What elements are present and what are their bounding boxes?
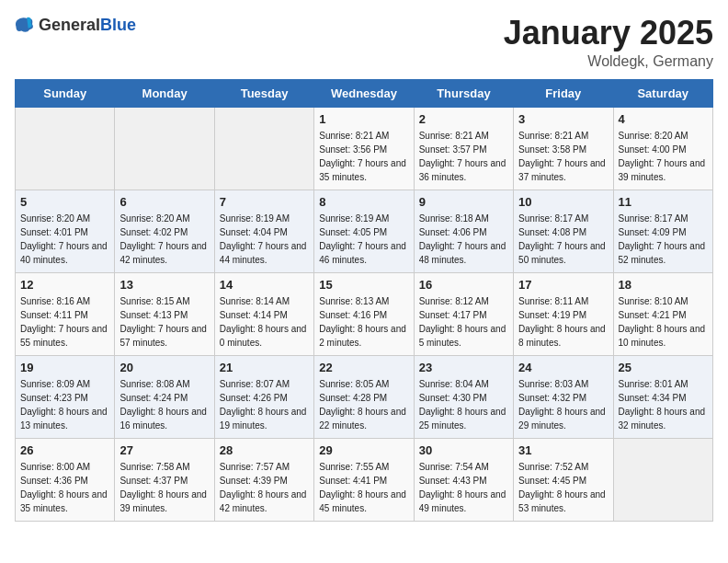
day-info: Sunrise: 8:16 AM Sunset: 4:11 PM Dayligh…: [20, 294, 109, 350]
calendar-cell: 26Sunrise: 8:00 AM Sunset: 4:36 PM Dayli…: [16, 438, 115, 521]
logo: GeneralBlue: [15, 15, 136, 35]
day-number: 27: [119, 443, 209, 457]
day-info: Sunrise: 8:07 AM Sunset: 4:26 PM Dayligh…: [220, 377, 309, 432]
calendar-cell: [214, 107, 313, 190]
day-number: 24: [518, 361, 608, 374]
calendar-cell: 23Sunrise: 8:04 AM Sunset: 4:30 PM Dayli…: [414, 355, 513, 438]
day-number: 29: [319, 443, 408, 457]
day-number: 1: [319, 112, 408, 126]
day-info: Sunrise: 8:12 AM Sunset: 4:17 PM Dayligh…: [419, 294, 508, 350]
calendar-cell: 18Sunrise: 8:10 AM Sunset: 4:21 PM Dayli…: [613, 272, 712, 355]
day-info: Sunrise: 8:19 AM Sunset: 4:04 PM Dayligh…: [220, 212, 309, 267]
calendar-cell: 1Sunrise: 8:21 AM Sunset: 3:56 PM Daylig…: [314, 107, 414, 190]
calendar-cell: 17Sunrise: 8:11 AM Sunset: 4:19 PM Dayli…: [514, 272, 613, 355]
week-row-5: 26Sunrise: 8:00 AM Sunset: 4:36 PM Dayli…: [16, 438, 713, 521]
calendar-cell: 21Sunrise: 8:07 AM Sunset: 4:26 PM Dayli…: [214, 355, 313, 438]
day-number: 19: [20, 361, 109, 374]
calendar-cell: 25Sunrise: 8:01 AM Sunset: 4:34 PM Dayli…: [613, 355, 712, 438]
calendar-cell: 15Sunrise: 8:13 AM Sunset: 4:16 PM Dayli…: [314, 272, 414, 355]
day-number: 16: [419, 278, 508, 292]
day-number: 23: [419, 361, 508, 374]
day-info: Sunrise: 7:57 AM Sunset: 4:39 PM Dayligh…: [220, 460, 309, 515]
calendar-cell: 13Sunrise: 8:15 AM Sunset: 4:13 PM Dayli…: [115, 272, 214, 355]
day-number: 28: [220, 443, 309, 457]
day-info: Sunrise: 8:21 AM Sunset: 3:58 PM Dayligh…: [518, 129, 608, 184]
day-info: Sunrise: 8:14 AM Sunset: 4:14 PM Dayligh…: [220, 294, 309, 350]
day-number: 25: [619, 361, 708, 374]
day-info: Sunrise: 7:54 AM Sunset: 4:43 PM Dayligh…: [419, 460, 508, 515]
day-number: 7: [220, 195, 309, 209]
logo-icon: [15, 15, 35, 35]
logo-blue: Blue: [100, 16, 136, 34]
calendar-cell: 7Sunrise: 8:19 AM Sunset: 4:04 PM Daylig…: [214, 190, 313, 272]
day-number: 5: [20, 195, 109, 209]
day-info: Sunrise: 8:04 AM Sunset: 4:30 PM Dayligh…: [419, 377, 508, 432]
calendar-cell: 3Sunrise: 8:21 AM Sunset: 3:58 PM Daylig…: [514, 107, 613, 190]
week-row-2: 5Sunrise: 8:20 AM Sunset: 4:01 PM Daylig…: [16, 190, 713, 272]
day-info: Sunrise: 8:01 AM Sunset: 4:34 PM Dayligh…: [619, 377, 708, 432]
day-number: 17: [518, 278, 608, 292]
day-number: 8: [319, 195, 408, 209]
calendar-cell: 9Sunrise: 8:18 AM Sunset: 4:06 PM Daylig…: [414, 190, 513, 272]
day-info: Sunrise: 8:00 AM Sunset: 4:36 PM Dayligh…: [20, 460, 109, 515]
weekday-header-row: SundayMondayTuesdayWednesdayThursdayFrid…: [16, 79, 713, 107]
calendar-cell: 2Sunrise: 8:21 AM Sunset: 3:57 PM Daylig…: [414, 107, 513, 190]
calendar-cell: [613, 438, 712, 521]
day-info: Sunrise: 7:58 AM Sunset: 4:37 PM Dayligh…: [119, 460, 209, 515]
calendar-cell: 4Sunrise: 8:20 AM Sunset: 4:00 PM Daylig…: [613, 107, 712, 190]
day-number: 26: [20, 443, 109, 457]
weekday-header-thursday: Thursday: [414, 79, 513, 107]
day-info: Sunrise: 8:20 AM Sunset: 4:00 PM Dayligh…: [619, 129, 708, 184]
calendar-cell: 11Sunrise: 8:17 AM Sunset: 4:09 PM Dayli…: [613, 190, 712, 272]
day-number: 9: [419, 195, 508, 209]
weekday-header-saturday: Saturday: [613, 79, 712, 107]
day-info: Sunrise: 8:20 AM Sunset: 4:02 PM Dayligh…: [119, 212, 209, 267]
calendar-cell: 6Sunrise: 8:20 AM Sunset: 4:02 PM Daylig…: [115, 190, 214, 272]
header: GeneralBlue January 2025 Woldegk, German…: [15, 15, 713, 70]
day-number: 13: [119, 278, 209, 292]
week-row-4: 19Sunrise: 8:09 AM Sunset: 4:23 PM Dayli…: [16, 355, 713, 438]
day-number: 31: [518, 443, 608, 457]
calendar-cell: 31Sunrise: 7:52 AM Sunset: 4:45 PM Dayli…: [514, 438, 613, 521]
calendar-cell: 14Sunrise: 8:14 AM Sunset: 4:14 PM Dayli…: [214, 272, 313, 355]
calendar-table: SundayMondayTuesdayWednesdayThursdayFrid…: [15, 79, 713, 522]
day-info: Sunrise: 8:08 AM Sunset: 4:24 PM Dayligh…: [119, 377, 209, 432]
calendar-cell: [16, 107, 115, 190]
day-info: Sunrise: 8:19 AM Sunset: 4:05 PM Dayligh…: [319, 212, 408, 267]
day-number: 6: [119, 195, 209, 209]
week-row-3: 12Sunrise: 8:16 AM Sunset: 4:11 PM Dayli…: [16, 272, 713, 355]
day-info: Sunrise: 8:17 AM Sunset: 4:08 PM Dayligh…: [518, 212, 608, 267]
day-number: 21: [220, 361, 309, 374]
calendar-cell: 16Sunrise: 8:12 AM Sunset: 4:17 PM Dayli…: [414, 272, 513, 355]
day-number: 14: [220, 278, 309, 292]
day-info: Sunrise: 8:11 AM Sunset: 4:19 PM Dayligh…: [518, 294, 608, 350]
calendar-cell: 5Sunrise: 8:20 AM Sunset: 4:01 PM Daylig…: [16, 190, 115, 272]
day-info: Sunrise: 8:03 AM Sunset: 4:32 PM Dayligh…: [518, 377, 608, 432]
location-title: Woldegk, Germany: [504, 53, 713, 70]
logo-general: General: [39, 16, 100, 34]
calendar-cell: 19Sunrise: 8:09 AM Sunset: 4:23 PM Dayli…: [16, 355, 115, 438]
day-info: Sunrise: 8:10 AM Sunset: 4:21 PM Dayligh…: [619, 294, 708, 350]
day-number: 22: [319, 361, 408, 374]
week-row-1: 1Sunrise: 8:21 AM Sunset: 3:56 PM Daylig…: [16, 107, 713, 190]
calendar-body: 1Sunrise: 8:21 AM Sunset: 3:56 PM Daylig…: [16, 107, 713, 521]
day-number: 15: [319, 278, 408, 292]
calendar-cell: 29Sunrise: 7:55 AM Sunset: 4:41 PM Dayli…: [314, 438, 414, 521]
day-info: Sunrise: 8:15 AM Sunset: 4:13 PM Dayligh…: [119, 294, 209, 350]
calendar-cell: 30Sunrise: 7:54 AM Sunset: 4:43 PM Dayli…: [414, 438, 513, 521]
day-number: 12: [20, 278, 109, 292]
weekday-header-friday: Friday: [514, 79, 613, 107]
day-number: 18: [619, 278, 708, 292]
day-info: Sunrise: 8:17 AM Sunset: 4:09 PM Dayligh…: [619, 212, 708, 267]
day-info: Sunrise: 8:21 AM Sunset: 3:57 PM Dayligh…: [419, 129, 508, 184]
calendar-cell: 12Sunrise: 8:16 AM Sunset: 4:11 PM Dayli…: [16, 272, 115, 355]
day-number: 30: [419, 443, 508, 457]
calendar-cell: 20Sunrise: 8:08 AM Sunset: 4:24 PM Dayli…: [115, 355, 214, 438]
day-number: 20: [119, 361, 209, 374]
day-info: Sunrise: 7:55 AM Sunset: 4:41 PM Dayligh…: [319, 460, 408, 515]
day-info: Sunrise: 7:52 AM Sunset: 4:45 PM Dayligh…: [518, 460, 608, 515]
day-number: 4: [619, 112, 708, 126]
day-number: 3: [518, 112, 608, 126]
day-number: 11: [619, 195, 708, 209]
weekday-header-sunday: Sunday: [16, 79, 115, 107]
